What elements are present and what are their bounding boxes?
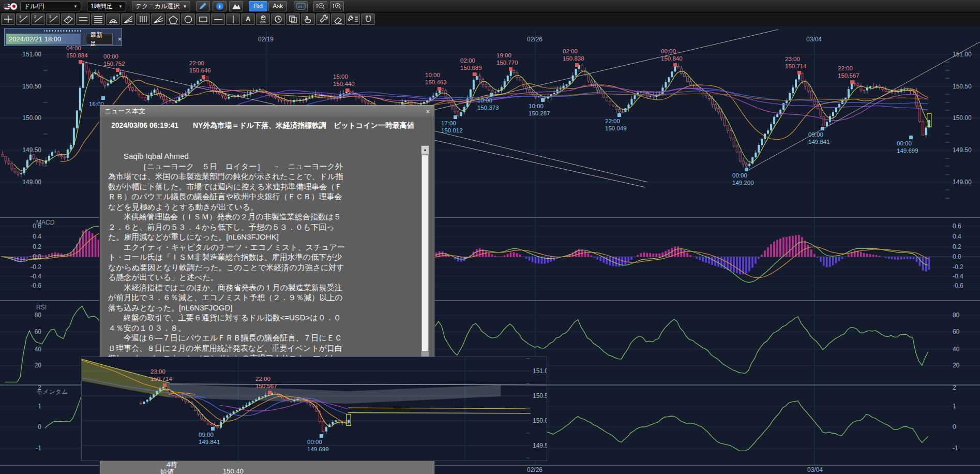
tool-wrench-button[interactable] (316, 13, 330, 25)
swing-annotation: 23:00150.714 (150, 368, 172, 382)
pentagon-icon (168, 14, 179, 24)
footer-open-label: 始値 (160, 467, 174, 474)
draw-pencil-button[interactable] (196, 1, 210, 11)
swing-marker (163, 383, 167, 387)
main-toolbar: ドル/円 ▼ 1時間足 ▼ テクニカル選択 ▼ i Bid Ask (0, 0, 980, 13)
tool-trendline-1-button[interactable]: 1 (16, 13, 30, 25)
grid-lines-icon (93, 14, 104, 24)
hand-icon (303, 14, 314, 24)
tool-tool-settings-button[interactable] (346, 13, 360, 25)
info-icon: i (216, 3, 223, 10)
news-footer-datarow: 4時 始値 150.40 (100, 460, 434, 474)
swing-annotation: 00:00149.699 (307, 439, 329, 453)
swing-marker (320, 434, 323, 438)
zoom-out-icon (316, 2, 325, 10)
tool-eraser-button[interactable] (331, 13, 345, 25)
icon-stamp-icon: ICON (258, 14, 269, 24)
ruler-icon (63, 14, 74, 24)
tool-fibonacci-fan-button[interactable] (121, 13, 135, 25)
speed-resistance-lines-icon (153, 14, 164, 24)
tool-trendline-2-button[interactable]: 2 (31, 13, 45, 25)
zoom-out-button[interactable] (313, 1, 327, 11)
chevron-down-icon: ▼ (183, 4, 187, 9)
fx-trading-app: { "toolbar": { "pair_label": "ドル/円", "ti… (0, 0, 980, 474)
magnet-icon (363, 14, 374, 24)
chip-close-icon[interactable]: × (118, 36, 122, 43)
datetime-chip-window[interactable]: 2024/02/21 18:00 最新足 × (4, 28, 122, 46)
tool-trendline-3-button[interactable]: 3 (46, 13, 60, 25)
swing-annotation: 22:00150.567 (255, 376, 277, 390)
bid-button[interactable]: Bid (249, 1, 267, 11)
tool-text-button[interactable]: A (241, 13, 255, 25)
tool-grid-lines-button[interactable] (91, 13, 105, 25)
tool-speed-resistance-lines-button[interactable] (151, 13, 165, 25)
tool-hand-button[interactable] (301, 13, 315, 25)
chart-datetime-field[interactable]: 2024/02/21 18:00 (6, 34, 81, 45)
bid-label: Bid (254, 3, 263, 10)
swing-annotation: 09:00149.841 (199, 432, 220, 446)
svg-text:2: 2 (34, 15, 36, 19)
fibonacci-arc-icon (108, 14, 119, 24)
inset-chart-window[interactable]: 151.0150.5150.0149.523:00150.71422:00150… (81, 357, 547, 461)
technical-select-button[interactable]: テクニカル選択 ▼ (132, 1, 190, 11)
eraser-icon (333, 14, 344, 24)
swing-marker (268, 391, 272, 394)
tool-crosshair-button[interactable] (1, 13, 15, 25)
news-close-icon[interactable]: × (426, 108, 430, 115)
news-title-bar[interactable]: ニュース本文 × (100, 106, 434, 117)
tool-rectangle-button[interactable] (196, 13, 210, 25)
tool-settings-icon (348, 14, 359, 24)
tool-history-button[interactable] (271, 13, 285, 25)
tool-pentagon-button[interactable] (166, 13, 180, 25)
chevron-down-icon: ▼ (118, 4, 123, 9)
vertical-line-icon (228, 14, 239, 24)
inset-price-axis-label: 151.0 (533, 367, 547, 375)
scroll-up-icon[interactable]: ▲ (421, 146, 429, 154)
bar-chart-icon (296, 3, 306, 10)
tool-magnet-button[interactable] (361, 13, 375, 25)
scrollbar-thumb[interactable] (421, 155, 429, 351)
wrench-icon (318, 14, 329, 24)
chevron-down-icon: ▼ (73, 4, 78, 9)
tick-chart-button[interactable] (294, 1, 308, 11)
ellipse-icon (183, 14, 194, 24)
currency-pair-label: ドル/円 (24, 2, 44, 11)
mountain-icon (232, 3, 241, 10)
tool-vertical-line-button[interactable] (226, 13, 240, 25)
timeframe-dropdown[interactable]: 1時間足 ▼ (87, 2, 126, 11)
trendline-3-icon: 3 (48, 14, 59, 24)
timeframe-label: 1時間足 (91, 2, 113, 11)
svg-text:1: 1 (19, 15, 21, 19)
trendline-1-icon: 1 (18, 14, 29, 24)
currency-pair-dropdown[interactable]: ドル/円 ▼ (20, 2, 81, 11)
tool-parallel-lines-button[interactable] (76, 13, 90, 25)
tool-fibonacci-timezone-button[interactable] (136, 13, 150, 25)
info-button[interactable]: i (213, 1, 227, 11)
swing-marker (211, 427, 215, 431)
parallel-lines-icon (78, 14, 89, 24)
news-window-title: ニュース本文 (104, 107, 145, 116)
svg-text:3: 3 (49, 15, 51, 19)
ask-button[interactable]: Ask (268, 1, 287, 11)
inset-price-axis-label: 150.5 (533, 392, 547, 399)
chart-style-button[interactable] (229, 1, 243, 11)
tool-ellipse-button[interactable] (181, 13, 195, 25)
pencil-icon (199, 2, 208, 10)
tool-ruler-button[interactable] (61, 13, 75, 25)
zoom-in-button[interactable] (330, 1, 344, 11)
footer-open-value: 150.40 (223, 467, 244, 474)
rectangle-icon (198, 14, 209, 24)
history-icon (273, 14, 284, 24)
tool-copy-button[interactable] (286, 13, 300, 25)
text-icon: A (243, 14, 254, 24)
tool-icon-stamp-button[interactable]: ICON (256, 13, 270, 25)
tool-fibonacci-arc-button[interactable] (106, 13, 120, 25)
technical-select-label: テクニカル選択 (135, 2, 179, 11)
latest-bar-button[interactable]: 最新足 (86, 34, 113, 45)
fibonacci-timezone-icon (138, 14, 149, 24)
jp-flag-icon (10, 3, 18, 10)
svg-text:A: A (246, 15, 251, 23)
tool-horizontal-line-button[interactable] (211, 13, 225, 25)
inset-price-axis-label: 149.5 (533, 442, 547, 449)
news-headline: 2024/03/06 06:19:41 NY外為市場＝ドル下落、米経済指標軟調 … (111, 121, 424, 130)
